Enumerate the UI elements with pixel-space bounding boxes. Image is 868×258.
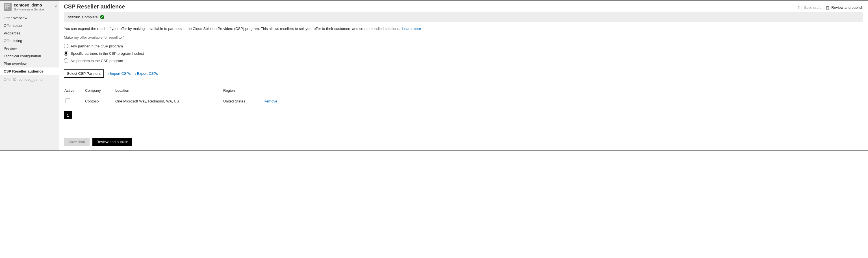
import-csps-label: Import CSPs	[110, 71, 131, 76]
csp-partners-table: Active Company Location Region Contoso O…	[64, 86, 288, 107]
radio-specific-partners-label: Specific partners in the CSP program I s…	[71, 52, 144, 56]
header-actions: Save draft Review and publish	[798, 5, 863, 9]
upload-icon: ↑	[107, 72, 110, 76]
sidebar-item-offer-setup[interactable]: Offer setup	[0, 22, 59, 29]
status-value: Complete	[82, 15, 98, 19]
svg-rect-1	[8, 4, 10, 6]
radio-icon	[64, 58, 68, 63]
page-1-button[interactable]: 1	[64, 111, 72, 119]
table-row: Contoso One Microsoft Way, Redmond, WA, …	[64, 95, 288, 107]
check-circle-icon: ✓	[100, 15, 104, 19]
review-publish-header-button[interactable]: Review and publish	[826, 5, 863, 9]
clipboard-icon	[826, 6, 830, 9]
sidebar-item-preview[interactable]: Preview	[0, 44, 59, 52]
sidebar-item-plan-overview[interactable]: Plan overview	[0, 60, 59, 67]
cell-company: Contoso	[85, 95, 115, 107]
sidebar-item-csp-reseller-audience[interactable]: CSP Reseller audience	[0, 67, 59, 75]
main-content: CSP Reseller audience Save draft Review …	[59, 1, 868, 151]
svg-rect-3	[799, 6, 802, 9]
table-header-row: Active Company Location Region	[64, 86, 288, 95]
save-icon	[798, 6, 802, 9]
sidebar: contoso_demo Software as a Service ⇄ Off…	[0, 1, 59, 151]
offer-id-label: Offer ID: contoso_demo	[0, 75, 59, 84]
offer-name: contoso_demo	[14, 3, 57, 7]
sidebar-item-properties[interactable]: Properties	[0, 29, 59, 37]
offer-type-icon	[4, 3, 11, 11]
export-csps-label: Export CSPs	[137, 71, 158, 76]
radio-any-partner-label: Any partner in the CSP program	[71, 44, 123, 48]
sidebar-item-offer-listing[interactable]: Offer listing	[0, 37, 59, 44]
sidebar-item-technical-configuration[interactable]: Technical configuration	[0, 52, 59, 60]
svg-rect-2	[5, 7, 7, 9]
offer-type-label: Software as a Service	[14, 7, 57, 11]
csp-actions-row: Select CSP Partners ↑ Import CSPs ↓ Expo…	[64, 69, 863, 77]
save-draft-button: Save draft	[64, 138, 90, 146]
pager: 1	[64, 111, 863, 119]
description-text: You can expand the reach of your offer b…	[64, 27, 863, 31]
radio-selected-icon	[64, 51, 68, 56]
export-csps-link[interactable]: ↓ Export CSPs	[135, 71, 158, 76]
radio-specific-partners[interactable]: Specific partners in the CSP program I s…	[64, 50, 863, 57]
col-header-company: Company	[85, 86, 115, 95]
sidebar-item-offer-overview[interactable]: Offer overview	[0, 14, 59, 22]
cell-region: United States	[223, 95, 264, 107]
main-header: CSP Reseller audience Save draft Review …	[64, 3, 863, 12]
save-draft-header-label: Save draft	[804, 5, 820, 9]
col-header-active: Active	[64, 86, 85, 95]
select-csp-partners-button[interactable]: Select CSP Partners	[64, 69, 104, 77]
page-title: CSP Reseller audience	[64, 3, 125, 12]
col-header-action	[264, 86, 288, 95]
review-publish-button[interactable]: Review and publish	[92, 138, 132, 146]
learn-more-link[interactable]: Learn more	[402, 27, 421, 31]
import-csps-link[interactable]: ↑ Import CSPs	[107, 71, 131, 76]
col-header-location: Location	[115, 86, 223, 95]
active-checkbox[interactable]	[66, 98, 70, 103]
remove-link[interactable]: Remove	[264, 99, 277, 103]
sidebar-header: contoso_demo Software as a Service ⇄	[0, 1, 59, 14]
cell-location: One Microsoft Way, Redmond, WA, US	[115, 95, 223, 107]
status-bar: Status: Complete ✓	[64, 12, 863, 22]
svg-rect-0	[5, 4, 7, 6]
save-draft-header-button: Save draft	[798, 5, 820, 9]
status-label: Status:	[68, 15, 80, 19]
radio-no-partners[interactable]: No partners in the CSP program	[64, 57, 863, 64]
radio-any-partner[interactable]: Any partner in the CSP program	[64, 42, 863, 50]
resell-field-label: Make my offer available for resell to *	[64, 35, 863, 39]
swap-icon[interactable]: ⇄	[55, 4, 57, 8]
radio-no-partners-label: No partners in the CSP program	[71, 59, 123, 63]
col-header-region: Region	[223, 86, 264, 95]
review-publish-header-label: Review and publish	[831, 5, 863, 9]
resell-radio-group: Any partner in the CSP program Specific …	[64, 42, 863, 64]
radio-icon	[64, 44, 68, 48]
footer-actions: Save draft Review and publish	[64, 138, 863, 146]
sidebar-nav: Offer overview Offer setup Properties Of…	[0, 14, 59, 75]
description-body: You can expand the reach of your offer b…	[64, 27, 400, 31]
download-icon: ↓	[135, 72, 136, 76]
